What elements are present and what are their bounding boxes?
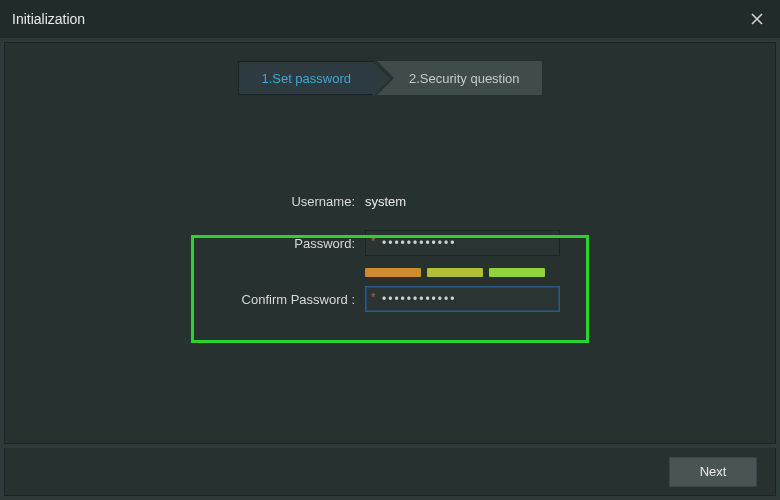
confirm-password-label: Confirm Password :	[190, 292, 365, 307]
strength-bar-2	[427, 268, 483, 277]
required-marker: *	[371, 235, 375, 247]
password-input[interactable]	[365, 230, 560, 256]
confirm-password-row: Confirm Password : *	[190, 283, 590, 315]
next-button-label: Next	[700, 464, 727, 479]
title-bar: Initialization	[0, 0, 780, 38]
step-label: 1.Set password	[261, 71, 351, 86]
form-area: Username: system Password: * Confirm Pas…	[5, 185, 775, 315]
required-marker: *	[371, 291, 375, 303]
footer-bar: Next	[4, 448, 776, 496]
step-label: 2.Security question	[409, 71, 520, 86]
window-title: Initialization	[12, 11, 746, 27]
step-security-question[interactable]: 2.Security question	[377, 61, 542, 95]
close-button[interactable]	[746, 8, 768, 30]
password-strength-meter	[365, 268, 545, 277]
username-value: system	[365, 194, 406, 209]
username-row: Username: system	[190, 185, 590, 217]
next-button[interactable]: Next	[669, 457, 757, 487]
strength-bar-1	[365, 268, 421, 277]
close-icon	[751, 13, 763, 25]
password-row: Password: *	[190, 227, 590, 259]
password-strength-row	[190, 265, 590, 279]
content-panel: 1.Set password 2.Security question Usern…	[4, 42, 776, 444]
password-label: Password:	[190, 236, 365, 251]
confirm-password-input[interactable]	[365, 286, 560, 312]
strength-bar-3	[489, 268, 545, 277]
step-set-password[interactable]: 1.Set password	[238, 61, 373, 95]
step-nav: 1.Set password 2.Security question	[5, 61, 775, 95]
username-label: Username:	[190, 194, 365, 209]
